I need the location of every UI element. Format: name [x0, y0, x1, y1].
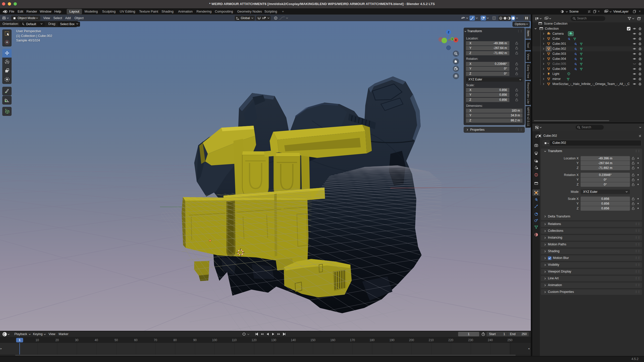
svg-text:Y: Y [452, 38, 453, 40]
svg-text:X: X [455, 38, 457, 41]
svg-text:Z: Z [448, 31, 450, 34]
